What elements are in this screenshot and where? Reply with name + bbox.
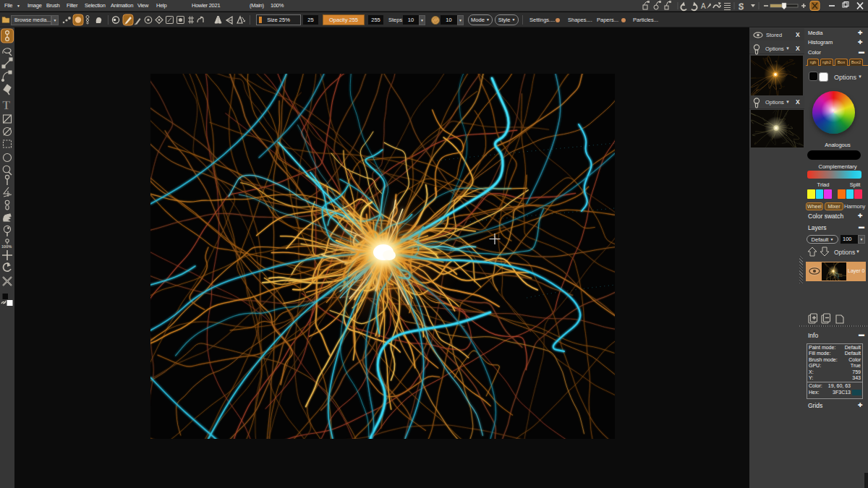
svg-text:S: S [739, 1, 744, 12]
svg-text:A: A [701, 2, 706, 10]
svg-text:T: T [2, 98, 10, 112]
svg-text:100%: 100% [1, 244, 12, 249]
